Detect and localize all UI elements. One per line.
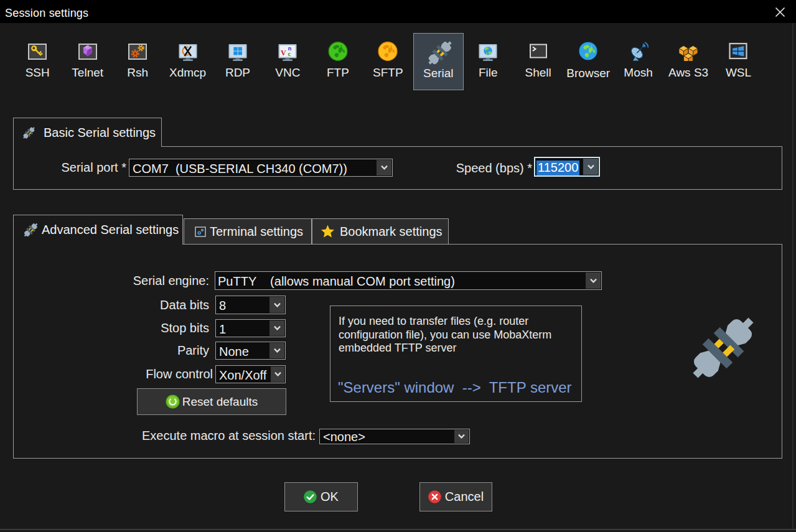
svg-text:V: V — [281, 49, 286, 57]
svg-text:n: n — [288, 45, 292, 52]
